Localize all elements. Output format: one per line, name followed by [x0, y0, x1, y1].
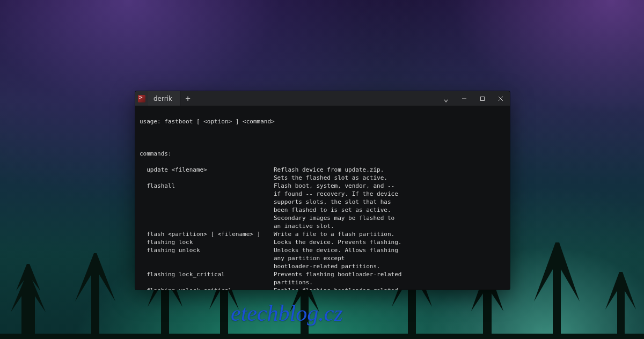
command-name — [140, 222, 274, 230]
blank-line — [140, 134, 506, 142]
close-icon — [498, 96, 503, 101]
svg-rect-0 — [0, 334, 644, 339]
command-name: flashing unlock — [140, 246, 274, 254]
command-row: flash <partition> [ <filename> ]Write a … — [140, 230, 506, 238]
tabs-dropdown-button[interactable]: ⌄ — [437, 91, 455, 106]
command-row: Sets the flashed slot as active. — [140, 174, 506, 182]
command-row: flashing lock_criticalPrevents flashing … — [140, 270, 506, 278]
command-row: update <filename>Reflash device from upd… — [140, 166, 506, 174]
command-desc: Reflash device from update.zip. — [274, 166, 506, 174]
command-name — [140, 214, 274, 222]
command-desc: Enables flashing bootloader-related — [274, 286, 506, 290]
maximize-icon — [480, 96, 485, 101]
minimize-icon — [462, 96, 467, 101]
tab-title: derrik — [153, 95, 172, 102]
command-desc: supports slots, the slot that has — [274, 198, 506, 206]
new-tab-button[interactable]: + — [180, 91, 195, 106]
usage-line: usage: fastboot [ <option> ] <command> — [140, 117, 506, 126]
command-row: an inactive slot. — [140, 222, 506, 230]
maximize-button[interactable] — [473, 91, 492, 106]
terminal-app-icon — [135, 91, 148, 106]
command-name — [140, 254, 274, 262]
command-desc: Unlocks the device. Allows flashing — [274, 246, 506, 254]
commands-header: commands: — [140, 150, 506, 158]
titlebar-spacer[interactable] — [195, 91, 437, 106]
command-row: flashallFlash boot, system, vendor, and … — [140, 182, 506, 190]
command-desc: bootloader-related partitions. — [274, 262, 506, 270]
command-name: flashing lock — [140, 238, 274, 246]
command-name — [140, 174, 274, 182]
command-desc: Flash boot, system, vendor, and -- — [274, 182, 506, 190]
command-name — [140, 278, 274, 286]
svg-rect-2 — [481, 97, 485, 100]
command-row: flashing unlock_criticalEnables flashing… — [140, 286, 506, 290]
command-row: Secondary images may be flashed to — [140, 214, 506, 222]
command-name — [140, 198, 274, 206]
command-desc: Locks the device. Prevents flashing. — [274, 238, 506, 246]
command-desc: partitions. — [274, 278, 506, 286]
close-button[interactable] — [492, 91, 510, 106]
command-name — [140, 190, 274, 198]
terminal-window: derrik + ⌄ usage: fastboot [ <option> ] … — [135, 91, 510, 290]
window-controls: ⌄ — [437, 91, 510, 106]
command-desc: been flashed to is set as active. — [274, 206, 506, 214]
terminal-output[interactable]: usage: fastboot [ <option> ] <command> c… — [135, 106, 510, 290]
command-desc: Write a file to a flash partition. — [274, 230, 506, 238]
command-name — [140, 206, 274, 214]
command-name: flashing lock_critical — [140, 270, 274, 278]
command-row: partitions. — [140, 278, 506, 286]
command-name: flashall — [140, 182, 274, 190]
command-desc: Secondary images may be flashed to — [274, 214, 506, 222]
desktop-wallpaper: derrik + ⌄ usage: fastboot [ <option> ] … — [0, 0, 644, 339]
command-desc: any partition except — [274, 254, 506, 262]
command-row: any partition except — [140, 254, 506, 262]
command-row: supports slots, the slot that has — [140, 198, 506, 206]
command-desc: if found -- recovery. If the device — [274, 190, 506, 198]
command-row: been flashed to is set as active. — [140, 206, 506, 214]
command-name: flash <partition> [ <filename> ] — [140, 230, 274, 238]
command-desc: Prevents flashing bootloader-related — [274, 270, 506, 278]
tab-active[interactable]: derrik — [148, 91, 180, 106]
command-row: flashing lockLocks the device. Prevents … — [140, 238, 506, 246]
command-desc: Sets the flashed slot as active. — [274, 174, 506, 182]
command-row: bootloader-related partitions. — [140, 262, 506, 270]
command-name: update <filename> — [140, 166, 274, 174]
command-name: flashing unlock_critical — [140, 286, 274, 290]
plus-icon: + — [185, 93, 191, 104]
watermark: etechblog.cz — [231, 300, 343, 326]
minimize-button[interactable] — [455, 91, 473, 106]
command-desc: an inactive slot. — [274, 222, 506, 230]
window-titlebar[interactable]: derrik + ⌄ — [135, 91, 510, 106]
command-row: if found -- recovery. If the device — [140, 190, 506, 198]
command-rows: update <filename>Reflash device from upd… — [140, 166, 506, 290]
command-row: flashing unlockUnlocks the device. Allow… — [140, 246, 506, 254]
command-name — [140, 262, 274, 270]
